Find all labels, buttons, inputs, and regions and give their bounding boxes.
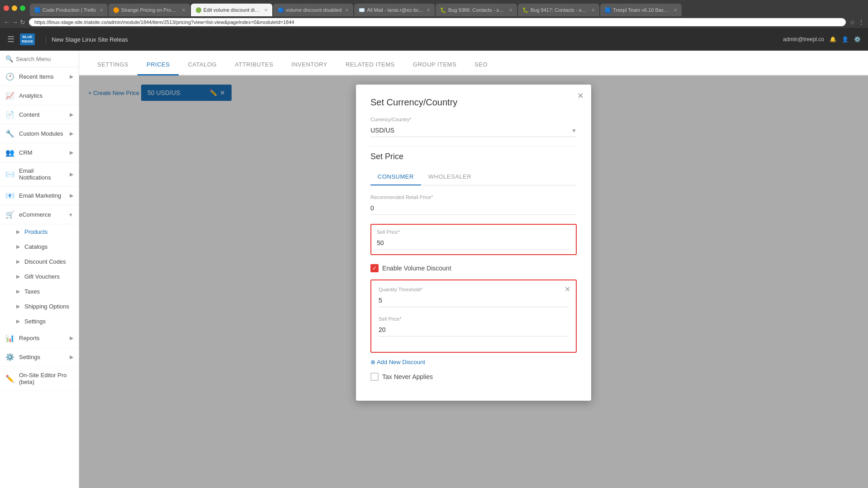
currency-country-select-wrapper: USD/US ▼	[370, 124, 577, 137]
sidebar-sub-item-gift-vouchers[interactable]: ▶ Gift Vouchers	[0, 269, 79, 284]
browser-window-controls	[4, 5, 25, 11]
sidebar-search[interactable]: 🔍	[0, 51, 79, 67]
email-marketing-icon: 📧	[5, 191, 14, 200]
rrp-input[interactable]	[370, 202, 577, 215]
back-button[interactable]: ←	[4, 19, 10, 26]
hamburger-menu-icon[interactable]: ☰	[7, 34, 14, 44]
bookmark-icon[interactable]: ☆	[849, 19, 855, 26]
tab-item-prices[interactable]: PRICES	[138, 55, 179, 76]
sidebar-item-analytics[interactable]: 📈 Analytics	[0, 86, 79, 105]
sidebar-item-custom-modules[interactable]: 🔧 Custom Modules ▶	[0, 124, 79, 143]
settings-icon[interactable]: ⚙️	[854, 36, 861, 43]
sidebar-item-ecommerce[interactable]: 🛒 eCommerce ▼	[0, 205, 79, 224]
browser-tab[interactable]: 🟦Treepl Team v6.10 Backlo...✕	[600, 4, 682, 16]
discount-sell-price-group: Sell Price*	[379, 316, 569, 336]
modal-close-button[interactable]: ✕	[577, 91, 584, 101]
qty-threshold-group: Quantity Threshold*	[379, 287, 569, 307]
currency-country-select[interactable]: USD/US	[370, 124, 577, 137]
settings-arrow-icon: ▶	[70, 354, 73, 360]
browser-tab[interactable]: ✉️All Mail - taras.r@ez-bc...✕	[354, 4, 435, 16]
tax-never-checkbox[interactable]	[370, 373, 379, 381]
sidebar-item-crm[interactable]: 👥 CRM ▶	[0, 143, 79, 162]
tab-item-related-items[interactable]: RELATED ITEMS	[337, 55, 404, 76]
discount-block: ✕ Quantity Threshold* Sell Price*	[370, 280, 577, 353]
tab-item-catalog[interactable]: CATALOG	[179, 55, 226, 76]
sell-price-box: Sell Price*	[370, 224, 577, 255]
modal-overlay: ✕ Set Currency/Country Currency/Country*…	[79, 76, 868, 488]
sidebar-sub-item-settings[interactable]: ▶ Settings	[0, 314, 79, 329]
price-tab-wholesaler[interactable]: WHOLESALER	[421, 169, 479, 185]
custom-modules-icon: 🔧	[5, 129, 14, 138]
browser-tab[interactable]: 🔵volume discount disabled✕	[273, 4, 354, 16]
browser-tab[interactable]: 🟢Edit volume discount dis...✕	[191, 4, 272, 16]
browser-tab[interactable]: 🐛Bug 9386: Contacts - sea...✕	[436, 4, 517, 16]
set-currency-modal: ✕ Set Currency/Country Currency/Country*…	[356, 85, 591, 401]
sell-price-label: Sell Price*	[377, 229, 570, 235]
forward-button[interactable]: →	[12, 19, 18, 26]
tab-item-inventory[interactable]: INVENTORY	[282, 55, 337, 76]
tab-bar: SETTINGSPRICESCATALOGATTRIBUTESINVENTORY…	[79, 51, 868, 76]
tab-item-group-items[interactable]: GROUP ITEMS	[404, 55, 465, 76]
sidebar-item-settings[interactable]: ⚙️ Settings ▶	[0, 348, 79, 367]
browser-tab[interactable]: 🟦Code Production | Trello✕	[30, 4, 108, 16]
browser-action-icons: ☆ ⋮	[849, 19, 864, 26]
settings-icon: ⚙️	[5, 353, 14, 361]
crm-arrow-icon: ▶	[70, 150, 73, 156]
taxes-sub-arrow-icon: ▶	[16, 289, 20, 294]
sidebar-sub-item-taxes[interactable]: ▶ Taxes	[0, 284, 79, 299]
discount-sell-price-input[interactable]	[379, 323, 569, 336]
user-label: admin@treepl.co	[783, 36, 824, 43]
settings-sub-arrow-icon: ▶	[16, 318, 20, 324]
price-tabs: CONSUMERWHOLESALER	[370, 169, 577, 185]
sidebar-item-content[interactable]: 📄 Content ▶	[0, 105, 79, 124]
close-window-btn[interactable]	[4, 5, 9, 11]
sidebar-item-email-notifications[interactable]: ✉️ Email Notifications ▶	[0, 162, 79, 186]
shipping-options-sub-arrow-icon: ▶	[16, 303, 20, 309]
price-tab-consumer[interactable]: CONSUMER	[370, 169, 421, 185]
sidebar-sub-item-discount-codes[interactable]: ▶ Discount Codes	[0, 254, 79, 269]
page-body: + Create New Price 50 USD/US ✏️ ✕ ✕ Set …	[79, 76, 868, 488]
minimize-window-btn[interactable]	[12, 5, 17, 11]
browser-tab[interactable]: 🐛Bug 9417: Contacts - ord...✕	[518, 4, 599, 16]
rrp-label: Recommended Retail Price*	[370, 194, 577, 200]
sidebar-item-recent-items[interactable]: 🕐 Recent Items ▶	[0, 67, 79, 86]
email-notifications-icon: ✉️	[5, 170, 14, 179]
discount-sell-price-label: Sell Price*	[379, 316, 569, 322]
url-bar[interactable]: https://linux-stage-site.trialsite.co/ad…	[29, 18, 846, 26]
sidebar-item-onsite-editor[interactable]: ✏️ On-Site Editor Pro (beta)	[0, 367, 79, 391]
extension-icon[interactable]: ⋮	[858, 19, 864, 26]
browser-tab[interactable]: 🟠Strange Pricing on Produ...✕	[109, 4, 190, 16]
catalogs-sub-arrow-icon: ▶	[16, 244, 20, 250]
enable-volume-discount-row: ✓ Enable Volume Discount	[370, 264, 577, 272]
logo-box: BLUE RIDGE	[20, 33, 35, 45]
tab-item-seo[interactable]: SEO	[465, 55, 497, 76]
content-arrow-icon: ▶	[70, 112, 73, 118]
currency-country-group: Currency/Country* USD/US ▼	[370, 117, 577, 137]
sidebar-item-email-marketing[interactable]: 📧 Email Marketing ▶	[0, 186, 79, 205]
sidebar-item-reports[interactable]: 📊 Reports ▶	[0, 329, 79, 348]
add-new-discount-link[interactable]: ⊕ Add New Discount	[370, 359, 425, 365]
volume-discount-checkbox[interactable]: ✓	[370, 264, 379, 272]
discount-block-close-icon[interactable]: ✕	[564, 285, 570, 294]
topbar-right: admin@treepl.co 🔔 👤 ⚙️	[783, 36, 861, 43]
checkmark-icon: ✓	[372, 265, 377, 271]
sidebar-sub-item-catalogs[interactable]: ▶ Catalogs	[0, 239, 79, 254]
gift-vouchers-sub-arrow-icon: ▶	[16, 274, 20, 280]
tab-item-settings[interactable]: SETTINGS	[88, 55, 138, 76]
set-price-title: Set Price	[370, 152, 577, 161]
search-input[interactable]	[16, 56, 73, 62]
tab-item-attributes[interactable]: ATTRIBUTES	[226, 55, 282, 76]
notifications-icon[interactable]: 🔔	[830, 36, 836, 43]
browser-chrome: 🟦Code Production | Trello✕🟠Strange Prici…	[0, 0, 868, 16]
sidebar-sub-item-products[interactable]: ▶ Products	[0, 224, 79, 239]
maximize-window-btn[interactable]	[20, 5, 25, 11]
profile-icon[interactable]: 👤	[842, 36, 849, 43]
sell-price-input[interactable]	[377, 237, 570, 250]
email-notifications-arrow-icon: ▶	[70, 171, 73, 177]
qty-threshold-input[interactable]	[379, 294, 569, 307]
sidebar-sub-item-shipping-options[interactable]: ▶ Shipping Options	[0, 299, 79, 314]
site-title: New Stage Linux Site Releas	[46, 36, 128, 43]
app-topbar: ☰ BLUE RIDGE New Stage Linux Site Releas…	[0, 28, 868, 51]
reload-button[interactable]: ↻	[20, 19, 25, 26]
tax-never-applies-row: Tax Never Applies	[370, 373, 577, 381]
